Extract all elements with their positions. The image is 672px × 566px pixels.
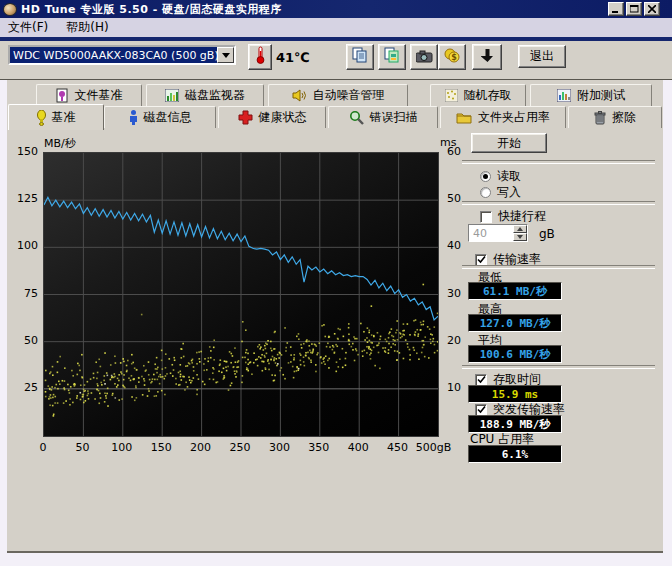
y-left-tick: 125 [17, 192, 38, 205]
down-arrow-icon [481, 48, 494, 67]
menubar: 文件(F) 帮助(H) [0, 18, 672, 37]
tab-label: 自动噪音管理 [313, 87, 385, 104]
tab-erase[interactable]: 擦除 [568, 106, 662, 128]
tab-label: 文件基准 [75, 87, 123, 104]
capacity-value: 40 [469, 225, 513, 241]
window-bottom-border [7, 551, 663, 553]
y-left-tick: 25 [24, 381, 38, 394]
y-right-tick: 50 [447, 192, 461, 205]
read-radio-label: 读取 [497, 168, 521, 185]
drive-select[interactable]: WDC WD5000AAKX-083CA0 (500 gB) [8, 45, 236, 65]
read-radio-row[interactable]: 读取 [480, 168, 521, 185]
y-right-tick: 60 [447, 145, 461, 158]
x-tick: 0 [40, 441, 47, 454]
x-tick: 100 [111, 441, 132, 454]
tab-disk-monitor[interactable]: 磁盘监视器 [146, 84, 264, 106]
save-results-button[interactable] [472, 44, 502, 70]
y-left-tick: 100 [17, 239, 38, 252]
toolbar: WDC WD5000AAKX-083CA0 (500 gB) 41℃ $ 退出 [0, 41, 672, 80]
tab-disk-info[interactable]: 磁盘信息 [104, 106, 216, 128]
copy-image-button[interactable] [378, 44, 406, 70]
max-value: 127.0 MB/秒 [468, 314, 562, 332]
main-panel: 文件基准 磁盘监视器 自动噪音管理 随机存取 附加测试 基准 磁盘信息 健康状态… [7, 80, 663, 553]
tab-label: 磁盘监视器 [185, 87, 245, 104]
capacity-spinner[interactable]: 40 [468, 224, 528, 242]
tab-benchmark[interactable]: 基准 [8, 104, 104, 130]
screenshot-button[interactable] [410, 44, 438, 70]
cpu-usage-value: 6.1% [468, 445, 562, 463]
y-left-tick: 150 [17, 145, 38, 158]
write-radio-row[interactable]: 写入 [480, 184, 521, 201]
error-scan-icon [349, 110, 364, 125]
tab-label: 文件夹占用率 [478, 109, 550, 126]
drive-select-value: WDC WD5000AAKX-083CA0 (500 gB) [10, 49, 217, 62]
chevron-down-icon[interactable] [217, 47, 234, 63]
tab-health[interactable]: 健康状态 [218, 106, 326, 128]
random-access-icon [445, 89, 458, 102]
y-left-tick: 50 [24, 334, 38, 347]
short-stroke-row[interactable]: 快捷行程 [480, 208, 546, 225]
separator [462, 160, 655, 164]
y-right-tick: 30 [447, 287, 461, 300]
menu-help[interactable]: 帮助(H) [66, 19, 108, 36]
min-value: 61.1 MB/秒 [468, 282, 562, 300]
y-axis-left-title: MB/秒 [44, 136, 76, 151]
transfer-rate-checkbox[interactable] [475, 254, 487, 266]
tab-extra-tests[interactable]: 附加测试 [530, 84, 652, 106]
temperature-value: 41℃ [276, 50, 310, 65]
x-tick: 50 [75, 441, 89, 454]
maximize-button[interactable] [626, 2, 642, 16]
tab-label: 健康状态 [259, 109, 307, 126]
temperature-button[interactable] [248, 44, 272, 70]
x-tick: 250 [230, 441, 251, 454]
tab-aam[interactable]: 自动噪音管理 [268, 84, 408, 106]
short-stroke-label: 快捷行程 [498, 208, 546, 225]
disk-info-icon [129, 110, 138, 125]
y-right-tick: 20 [447, 334, 461, 347]
x-tick: 400 [348, 441, 369, 454]
start-button[interactable]: 开始 [471, 133, 547, 153]
disk-monitor-icon [165, 89, 179, 102]
thermometer-icon [255, 46, 265, 68]
tab-label: 基准 [52, 109, 76, 126]
x-tick: 450 [387, 441, 408, 454]
tab-label: 随机存取 [464, 87, 512, 104]
tab-label: 附加测试 [577, 87, 625, 104]
tab-folder-usage[interactable]: 文件夹占用率 [440, 106, 566, 128]
y-left-tick: 75 [24, 287, 38, 300]
spin-up-button[interactable] [513, 225, 527, 233]
x-tick: 200 [190, 441, 211, 454]
tab-label: 错误扫描 [370, 109, 418, 126]
minimize-button[interactable] [608, 2, 624, 16]
tab-random-access[interactable]: 随机存取 [430, 84, 526, 106]
copy-image-icon [384, 47, 400, 67]
close-button[interactable] [644, 2, 660, 16]
separator [462, 201, 655, 205]
write-radio[interactable] [480, 187, 491, 198]
short-stroke-checkbox[interactable] [480, 211, 492, 223]
titlebar: HD Tune 专业版 5.50 - 硬盘/固态硬盘实用程序 [0, 0, 672, 18]
speaker-icon [292, 89, 307, 102]
x-tick: 500gB [416, 441, 452, 454]
menu-file[interactable]: 文件(F) [8, 19, 48, 36]
x-tick: 350 [308, 441, 329, 454]
extra-tests-icon [557, 89, 571, 102]
app-icon [3, 3, 17, 16]
write-radio-label: 写入 [497, 184, 521, 201]
capacity-unit: gB [539, 227, 555, 241]
file-benchmark-icon [56, 88, 69, 103]
x-tick: 300 [269, 441, 290, 454]
benchmark-icon [37, 110, 46, 126]
copy-button[interactable] [346, 44, 374, 70]
tab-file-benchmark[interactable]: 文件基准 [36, 84, 142, 106]
health-icon [238, 110, 253, 125]
copy-icon [352, 47, 368, 67]
purchase-button[interactable]: $ [438, 44, 466, 70]
access-time-checkbox[interactable] [475, 374, 487, 386]
burst-rate-checkbox[interactable] [475, 404, 487, 416]
tab-error-scan[interactable]: 错误扫描 [328, 106, 438, 128]
read-radio[interactable] [480, 171, 491, 182]
spin-down-button[interactable] [513, 233, 527, 241]
y-right-tick: 40 [447, 239, 461, 252]
exit-button[interactable]: 退出 [518, 45, 566, 68]
